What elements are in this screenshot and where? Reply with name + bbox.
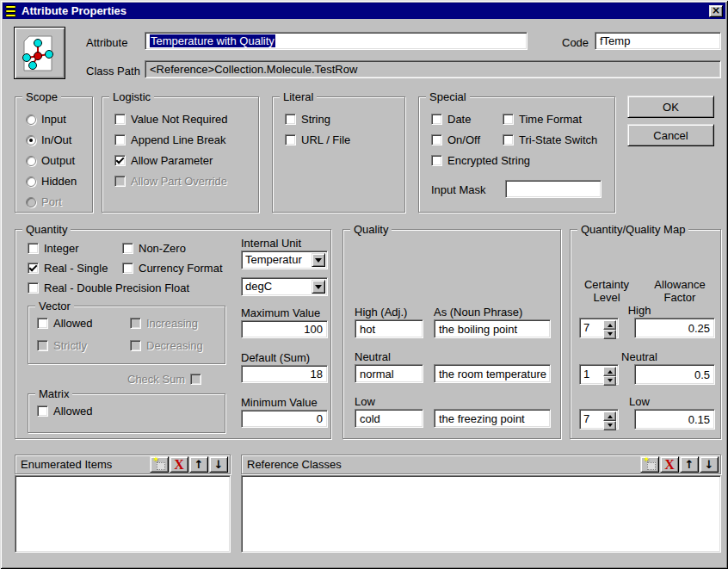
- logistic-group-title: Logistic: [109, 90, 154, 103]
- molecule-icon: [21, 34, 59, 73]
- high-adj-label: High (Adj.): [355, 306, 407, 319]
- neutral-certainty-spinner[interactable]: 1: [579, 364, 619, 385]
- default-sum-field[interactable]: 18: [241, 365, 328, 383]
- checkbox-time-format[interactable]: Time Format: [503, 113, 582, 126]
- move-up-button[interactable]: ↑: [189, 456, 208, 473]
- titlebar[interactable]: Attribute Properties ×: [3, 3, 725, 19]
- special-group-title: Special: [426, 90, 470, 103]
- attribute-input[interactable]: Temperature with Quality: [145, 32, 527, 50]
- enumerated-items-header: Enumerated Items ✶ X ↑ ↓: [15, 455, 231, 474]
- new-item-button[interactable]: ✶: [150, 456, 169, 473]
- spin-up-icon[interactable]: [603, 320, 616, 330]
- input-mask-field[interactable]: [505, 180, 602, 198]
- cancel-button[interactable]: Cancel: [627, 124, 714, 146]
- delete-icon: X: [664, 459, 675, 471]
- maximum-value-label: Maximum Value: [241, 306, 320, 319]
- attribute-type-button[interactable]: [14, 27, 65, 79]
- vector-group: Vector Allowed Increasing Strictly Decre…: [28, 306, 225, 364]
- checkbox-value-not-required[interactable]: Value Not Required: [114, 113, 228, 126]
- spin-down-icon[interactable]: [603, 376, 616, 386]
- delete-reference-button[interactable]: X: [660, 456, 679, 473]
- quality-group: Quality High (Adj.) As (Noun Phrase) hot…: [342, 229, 561, 439]
- spin-down-icon[interactable]: [603, 421, 616, 430]
- map-high-label: High: [588, 304, 691, 317]
- map-neutral-label: Neutral: [588, 350, 691, 363]
- neutral-allowance-field[interactable]: 0.5: [634, 364, 715, 385]
- matrix-group: Matrix Allowed: [28, 393, 225, 433]
- code-input[interactable]: fTemp: [595, 32, 721, 50]
- new-reference-button[interactable]: ✶: [640, 456, 659, 473]
- spin-up-icon[interactable]: [603, 411, 616, 421]
- neutral-phrase-field[interactable]: the room temperature: [434, 364, 551, 383]
- radio-scope-output[interactable]: Output: [26, 154, 75, 167]
- literal-group: Literal String URL / File: [272, 96, 405, 213]
- high-phrase-field[interactable]: the boiling point: [434, 319, 551, 338]
- spin-down-icon[interactable]: [603, 330, 616, 339]
- high-certainty-spinner[interactable]: 7: [579, 318, 619, 338]
- move-up-button[interactable]: ↑: [680, 456, 699, 473]
- checkbox-tri-state-switch[interactable]: Tri-State Switch: [503, 133, 597, 146]
- enumerated-items-list[interactable]: [15, 475, 231, 553]
- checkbox-real-single[interactable]: Real - Single: [28, 262, 108, 275]
- low-certainty-spinner[interactable]: 7: [579, 409, 619, 430]
- checkbox-encrypted-string[interactable]: Encrypted String: [431, 154, 530, 167]
- high-allowance-field[interactable]: 0.25: [634, 318, 715, 338]
- map-group-title: Quantity/Quality Map: [577, 223, 688, 236]
- neutral-adj-field[interactable]: normal: [355, 364, 423, 383]
- unit-class-combobox[interactable]: Temperatur: [241, 250, 328, 269]
- low-adj-field[interactable]: cold: [355, 409, 423, 428]
- checkbox-allow-part-override: Allow Part Override: [114, 175, 227, 188]
- checkbox-date[interactable]: Date: [431, 113, 471, 126]
- class-path-field: <Reference>Collection.Molecule.TestRow: [145, 60, 721, 78]
- checkbox-url-file[interactable]: URL / File: [285, 133, 350, 146]
- high-adj-field[interactable]: hot: [355, 319, 423, 338]
- checkbox-on-off[interactable]: On/Off: [431, 133, 480, 146]
- move-down-button[interactable]: ↓: [700, 456, 719, 473]
- checkbox-non-zero[interactable]: Non-Zero: [122, 242, 186, 255]
- minimum-value-field[interactable]: 0: [241, 410, 328, 428]
- spin-up-icon[interactable]: [603, 367, 616, 376]
- literal-group-title: Literal: [280, 90, 317, 103]
- radio-scope-hidden[interactable]: Hidden: [26, 175, 77, 188]
- arrow-down-icon: ↓: [214, 459, 224, 470]
- internal-unit-label: Internal Unit: [241, 237, 301, 250]
- checkbox-vector-allowed[interactable]: Allowed: [37, 317, 93, 330]
- radio-scope-input[interactable]: Input: [26, 113, 66, 126]
- checkbox-currency-format[interactable]: Currency Format: [122, 262, 223, 275]
- class-path-label: Class Path: [86, 65, 140, 77]
- scope-group: Scope Input In/Out Output Hidden Port: [15, 96, 93, 213]
- delete-icon: X: [174, 459, 184, 471]
- minimum-value-label: Minimum Value: [241, 396, 318, 409]
- chevron-down-icon[interactable]: [312, 280, 325, 294]
- low-label: Low: [355, 395, 375, 408]
- checkbox-allow-parameter[interactable]: Allow Parameter: [114, 154, 213, 167]
- checkbox-vector-strictly: Strictly: [37, 339, 87, 352]
- default-sum-label: Default (Sum): [241, 351, 310, 364]
- scope-group-title: Scope: [22, 90, 61, 103]
- quantity-group-title: Quantity: [22, 223, 71, 236]
- low-allowance-field[interactable]: 0.15: [634, 409, 715, 430]
- radio-scope-inout[interactable]: In/Out: [26, 133, 71, 146]
- new-item-icon: ✶: [644, 459, 656, 470]
- app-icon: [5, 4, 18, 17]
- reference-classes-list[interactable]: [241, 475, 721, 553]
- checkbox-string[interactable]: String: [285, 113, 330, 126]
- checkbox-append-line-break[interactable]: Append Line Break: [114, 133, 226, 146]
- checkbox-integer[interactable]: Integer: [28, 242, 78, 255]
- move-down-button[interactable]: ↓: [209, 456, 228, 473]
- delete-item-button[interactable]: X: [170, 456, 188, 473]
- unit-combobox[interactable]: degC: [241, 277, 328, 296]
- close-icon[interactable]: ×: [709, 5, 723, 17]
- ok-button[interactable]: OK: [627, 96, 714, 118]
- chevron-down-icon[interactable]: [312, 253, 325, 267]
- vector-group-title: Vector: [35, 300, 74, 312]
- special-group: Special Date Time Format On/Off Tri-Stat…: [418, 96, 615, 213]
- checkbox-real-double[interactable]: Real - Double Precision Float: [28, 281, 189, 294]
- matrix-group-title: Matrix: [35, 387, 72, 400]
- logistic-group: Logistic Value Not Required Append Line …: [102, 96, 259, 213]
- maximum-value-field[interactable]: 100: [241, 320, 328, 338]
- quantity-quality-map-group: Quantity/Quality Map Certainty Level All…: [570, 229, 721, 439]
- reference-classes-header: Reference Classes ✶ X ↑ ↓: [241, 455, 721, 474]
- low-phrase-field[interactable]: the freezing point: [434, 409, 551, 428]
- checkbox-matrix-allowed[interactable]: Allowed: [37, 405, 93, 417]
